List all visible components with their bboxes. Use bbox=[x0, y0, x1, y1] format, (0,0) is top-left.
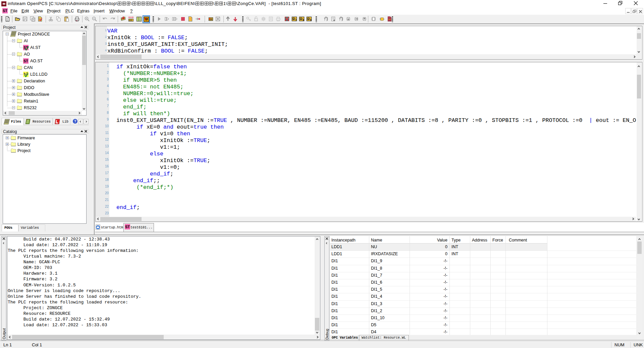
svg-text:9: 9 bbox=[310, 19, 312, 21]
svg-text:7: 7 bbox=[296, 19, 297, 21]
svg-text:8: 8 bbox=[303, 19, 304, 21]
